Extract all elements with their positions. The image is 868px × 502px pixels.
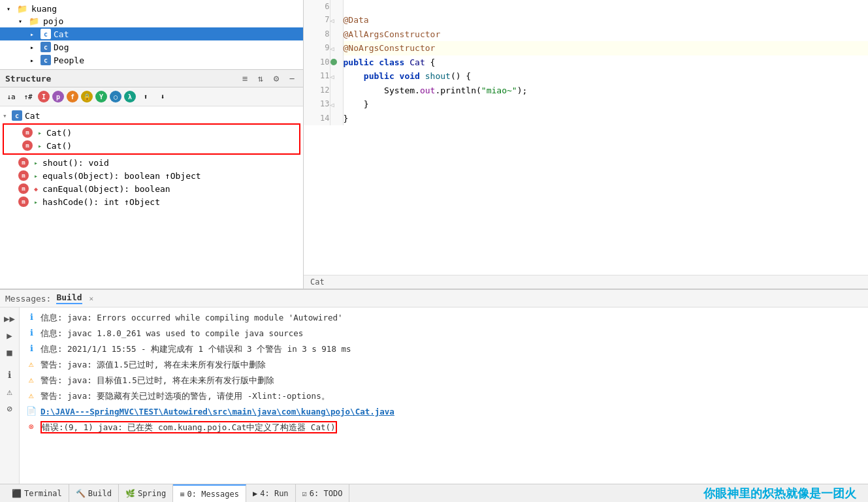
blue-filter-btn[interactable]: ◯ [110,91,121,102]
line-number: 7 [304,13,330,27]
msg-line-path[interactable]: 📄 D:\JAVA---SpringMVC\TEST\Autowired\src… [24,404,864,420]
info-icon: ℹ [26,343,37,354]
play-btn[interactable]: ▶▶ [3,311,17,326]
msg-text: 警告: java: 源值1.5已过时, 将在未来所有发行版中删除 [40,358,861,371]
minus-icon[interactable]: − [286,72,298,84]
struct-label: canEqual(Object): boolean [42,184,170,194]
gutter: ◁ [330,69,343,84]
code-content: public class Cat { [343,55,868,70]
todo-tab[interactable]: ☑ 6: TODO [296,484,350,502]
struct-equals[interactable]: m ▸ equals(Object): boolean ↑Object [0,169,303,182]
build-label: Build [88,489,112,498]
gutter: ◁ [330,13,343,27]
struct-shout[interactable]: m ▸ shout(): void [0,156,303,169]
code-breadcrumb: Cat [304,275,868,289]
align-icon[interactable]: ≡ [239,72,251,84]
code-line-9: 9 ◁ @NoArgsConstructor [304,41,868,55]
msg-line-error: ⊗ 错误:(9, 1) java: 已在类 com.kuang.pojo.Cat… [24,420,864,435]
msg-text: 信息: javac 1.8.0_261 was used to compile … [40,327,861,340]
structure-panel: Structure ≡ ⇅ ⚙ − ↓a ↑# I p f 🔒 Y ◯ λ ⬆ … [0,69,303,289]
gutter [330,112,343,126]
method-badge: m [18,196,29,207]
class-icon: c [40,55,51,65]
gutter: ◁ [330,41,343,55]
stop-btn[interactable]: ■ [3,345,17,360]
struct-constructor1[interactable]: m ▸ Cat() [4,126,299,139]
keyword: public class [344,57,405,67]
sort-icon[interactable]: ⇅ [255,72,266,84]
left-panel: ▾ 📁 kuang ▾ 📁 pojo ▸ c Cat ▸ c Dog ▸ c [0,0,304,289]
tree-item-people[interactable]: ▸ c People [0,54,303,67]
spring-label: Spring [138,489,166,498]
purple-filter-btn[interactable]: p [52,91,64,102]
terminal-icon: ⬛ [12,489,22,498]
run-label: 4: Run [260,489,288,498]
branch-filter-btn[interactable]: Y [95,91,107,102]
visibility-icon: ▸ [31,158,40,167]
line-number: 14 [304,112,330,126]
annotation: @Data [344,15,369,25]
msg-text: 信息: 2021/1/1 15:55 - 构建完成有 1 个错误和 3 个警告 … [40,343,861,356]
tree-item-pojo[interactable]: ▾ 📁 pojo [0,15,303,27]
gutter [330,27,343,42]
struct-constructor2[interactable]: m ▸ Cat() [4,139,299,152]
sort-alpha-btn[interactable]: ↓a [4,89,18,104]
code-area[interactable]: 6 7 ◁ @Data 8 @AllArgsConstructor [304,0,868,275]
msg-line-4: ⚠ 警告: java: 源值1.5已过时, 将在未来所有发行版中删除 [24,357,864,373]
code-content: public void shout() { [343,69,868,84]
warn-icon: ⚠ [26,359,37,369]
warn-icon: ⚠ [26,375,37,385]
messages-status-tab[interactable]: ≡ 0: Messages [173,484,246,502]
error-btn[interactable]: ⊘ [3,401,17,416]
code-content: @AllArgsConstructor [343,27,868,42]
terminal-tab[interactable]: ⬛ Terminal [5,484,69,502]
struct-label: shout(): void [42,158,109,168]
tree-item-dog[interactable]: ▸ c Dog [0,40,303,54]
up-btn[interactable]: ⬆ [138,89,153,104]
gutter [330,55,343,70]
down-btn[interactable]: ⬇ [155,89,170,104]
struct-hashcode[interactable]: m ▸ hashCode(): int ↑Object [0,195,303,208]
line-number: 13 [304,97,330,112]
build-tab[interactable]: Build [56,292,82,304]
gear-icon[interactable]: ⚙ [270,72,282,84]
tab-close-btn[interactable]: ✕ [89,294,94,303]
lambda-filter-btn[interactable]: λ [124,91,136,102]
gutter: ◁ [330,97,343,112]
tree-item-cat[interactable]: ▸ c Cat [0,27,303,40]
info-icon: ℹ [26,328,37,338]
spring-icon: 🌿 [125,489,135,498]
struct-canequal[interactable]: m ◆ canEqual(Object): boolean [0,182,303,195]
line-number: 6 [304,0,330,13]
messages-panel: Messages: Build ✕ ▶▶ ▶ ■ ℹ ⚠ ⊘ ℹ 信息: jav… [0,289,868,484]
arrow-icon: ▾ [7,5,17,12]
struct-root[interactable]: ▾ c Cat [0,109,303,122]
constructor-selection-box: m ▸ Cat() m ▸ Cat() [3,123,300,155]
visibility-icon: ▸ [35,141,44,150]
error-box: 错误:(9, 1) java: 已在类 com.kuang.pojo.Cat中定… [40,421,337,433]
tree-label: People [54,55,84,65]
run-tab[interactable]: ▶ 4: Run [246,484,296,502]
class-icon: c [40,29,51,39]
tree-label: Cat [54,29,69,39]
class-filter-btn[interactable]: I [38,91,50,102]
msg-error-text: 错误:(9, 1) java: 已在类 com.kuang.pojo.Cat中定… [40,421,861,434]
tree-label: kuang [31,4,57,14]
code-content: } [343,112,868,126]
gutter-arrow-icon: ◁ [330,17,334,24]
orange-filter-btn[interactable]: f [67,91,78,102]
green-run-icon [330,59,337,65]
build-status-tab[interactable]: 🔨 Build [69,484,119,502]
msg-path-text[interactable]: D:\JAVA---SpringMVC\TEST\Autowired\src\m… [40,405,861,418]
tree-item-kuang[interactable]: ▾ 📁 kuang [0,3,303,15]
play-single-btn[interactable]: ▶ [3,328,17,343]
info-btn[interactable]: ℹ [3,368,17,382]
visibility-icon: ▸ [31,197,40,206]
line-number: 8 [304,27,330,42]
spring-tab[interactable]: 🌿 Spring [119,484,173,502]
sort-num-btn[interactable]: ↑# [21,89,35,104]
lock-filter-btn[interactable]: 🔒 [81,91,93,102]
line-number: 10 [304,55,330,70]
warn-btn[interactable]: ⚠ [3,384,17,399]
method-badge: m [18,157,29,168]
